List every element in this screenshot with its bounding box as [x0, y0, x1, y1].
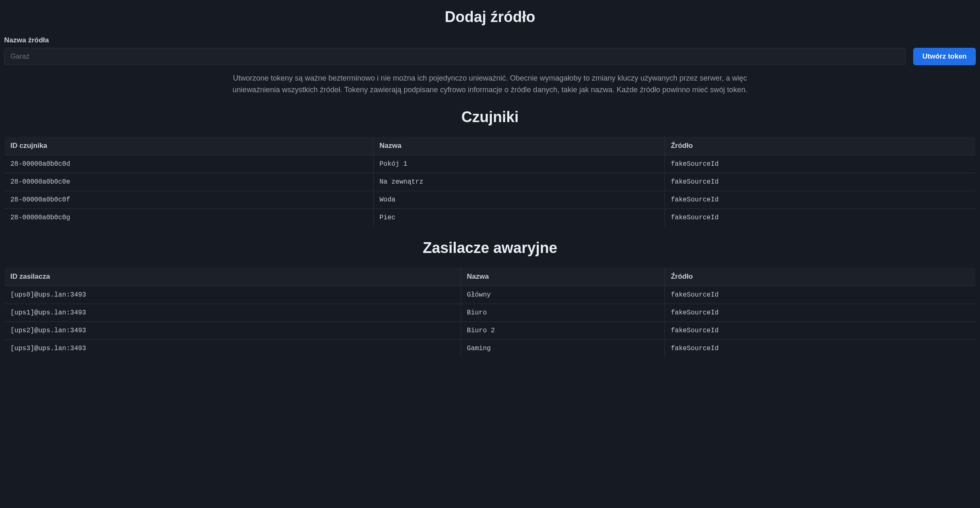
table-row: [ups3]@ups.lan:3493GamingfakeSourceId [5, 339, 976, 357]
add-source-heading: Dodaj źródło [4, 8, 976, 26]
sensors-col-id: ID czujnika [5, 136, 374, 155]
table-row-source: fakeSourceId [665, 304, 976, 321]
table-row-name: Główny [461, 286, 665, 304]
table-row-name: Woda [374, 191, 665, 209]
ups-col-source: Źródło [665, 267, 976, 286]
sensors-heading: Czujniki [4, 108, 976, 126]
table-row-name: Piec [374, 209, 665, 226]
table-row: [ups1]@ups.lan:3493BiurofakeSourceId [5, 304, 976, 321]
table-row-source: fakeSourceId [665, 209, 976, 226]
table-row-name: Na zewnątrz [374, 173, 665, 191]
table-row-id: 28-00000a0b0c0e [5, 173, 374, 191]
table-row-name: Gaming [461, 339, 665, 357]
table-row-source: fakeSourceId [665, 286, 976, 304]
source-name-label: Nazwa źródła [4, 36, 976, 44]
add-source-section: Dodaj źródło Nazwa źródła Utwórz token U… [4, 8, 976, 96]
table-row-source: fakeSourceId [665, 173, 976, 191]
table-row: [ups2]@ups.lan:3493Biuro 2fakeSourceId [5, 321, 976, 339]
add-source-form-row: Utwórz token [4, 48, 976, 65]
table-row-id: 28-00000a0b0c0d [5, 155, 374, 173]
table-row-name: Pokój 1 [374, 155, 665, 173]
table-row-source: fakeSourceId [665, 339, 976, 357]
token-description: Utworzone tokeny są ważne bezterminowo i… [216, 73, 764, 96]
ups-col-name: Nazwa [461, 267, 665, 286]
table-row: 28-00000a0b0c0gPiecfakeSourceId [5, 209, 976, 226]
table-row-id: [ups1]@ups.lan:3493 [5, 304, 461, 321]
table-row-id: 28-00000a0b0c0g [5, 209, 374, 226]
source-name-input[interactable] [4, 48, 906, 65]
table-row-id: [ups3]@ups.lan:3493 [5, 339, 461, 357]
ups-table: ID zasilacza Nazwa Źródło [ups0]@ups.lan… [4, 267, 976, 358]
sensors-header-row: ID czujnika Nazwa Źródło [5, 136, 976, 155]
table-row-source: fakeSourceId [665, 321, 976, 339]
table-row-id: [ups0]@ups.lan:3493 [5, 286, 461, 304]
table-row-source: fakeSourceId [665, 191, 976, 209]
ups-heading: Zasilacze awaryjne [4, 239, 976, 257]
table-row: 28-00000a0b0c0fWodafakeSourceId [5, 191, 976, 209]
table-row: 28-00000a0b0c0eNa zewnątrzfakeSourceId [5, 173, 976, 191]
sensors-col-source: Źródło [665, 136, 976, 155]
table-row-name: Biuro 2 [461, 321, 665, 339]
table-row-id: 28-00000a0b0c0f [5, 191, 374, 209]
create-token-button[interactable]: Utwórz token [913, 48, 976, 65]
table-row-id: [ups2]@ups.lan:3493 [5, 321, 461, 339]
ups-col-id: ID zasilacza [5, 267, 461, 286]
ups-header-row: ID zasilacza Nazwa Źródło [5, 267, 976, 286]
sensors-section: Czujniki ID czujnika Nazwa Źródło 28-000… [4, 108, 976, 227]
table-row: [ups0]@ups.lan:3493GłównyfakeSourceId [5, 286, 976, 304]
table-row-source: fakeSourceId [665, 155, 976, 173]
table-row: 28-00000a0b0c0dPokój 1fakeSourceId [5, 155, 976, 173]
ups-section: Zasilacze awaryjne ID zasilacza Nazwa Źr… [4, 239, 976, 358]
sensors-col-name: Nazwa [374, 136, 665, 155]
table-row-name: Biuro [461, 304, 665, 321]
sensors-table: ID czujnika Nazwa Źródło 28-00000a0b0c0d… [4, 136, 976, 227]
